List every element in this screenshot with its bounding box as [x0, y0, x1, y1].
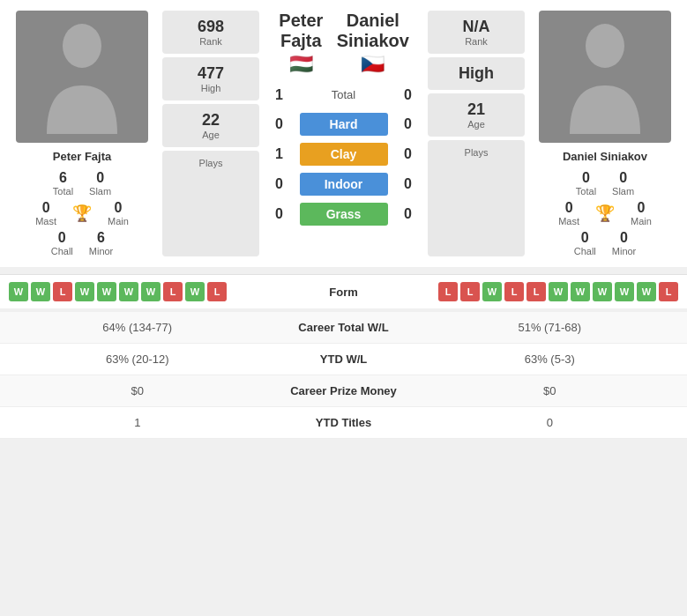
- right-chall-minor-row: 0 Chall 0 Minor: [530, 230, 680, 256]
- right-slam-value: 0: [619, 170, 627, 186]
- hard-btn: Hard: [300, 113, 388, 136]
- right-total-label: Total: [576, 186, 596, 197]
- right-plays-label: Plays: [438, 147, 514, 158]
- right-trophy-icon: 🏆: [595, 204, 615, 223]
- form-badge: W: [615, 282, 634, 301]
- left-total-label: Total: [53, 186, 73, 197]
- left-age-value: 22: [173, 111, 249, 130]
- form-badge: W: [482, 282, 502, 301]
- right-slam-label: Slam: [612, 186, 634, 197]
- stats-center-label: Career Prize Money: [265, 384, 423, 397]
- svg-point-1: [586, 24, 624, 68]
- form-badge: W: [141, 282, 161, 301]
- form-badge: W: [549, 282, 568, 301]
- right-header: Daniel Siniakov 🇨🇿: [331, 11, 415, 76]
- clay-row: 1 Clay 0: [265, 143, 422, 166]
- right-form-badges: LLWLLWWWWWL: [397, 282, 679, 301]
- left-total-value: 6: [59, 170, 67, 186]
- left-flag: 🇭🇺: [289, 53, 313, 76]
- left-high-label: High: [173, 83, 249, 93]
- right-mast-value: 0: [565, 200, 573, 216]
- right-plays-box: Plays: [428, 140, 525, 256]
- left-player-card: Peter Fajta 6 Total 0 Slam 0 Mast 🏆 0: [7, 11, 157, 256]
- left-trophy-icon: 🏆: [72, 204, 92, 223]
- left-main-value: 0: [114, 200, 122, 216]
- right-total-value: 0: [582, 170, 590, 186]
- left-rank-label: Rank: [173, 36, 249, 47]
- left-mast-stat: 0 Mast: [35, 200, 56, 226]
- left-player-avatar: [16, 11, 148, 143]
- stats-center-label: YTD Titles: [265, 416, 423, 429]
- right-age-box: 21 Age: [428, 93, 525, 137]
- hard-row: 0 Hard 0: [265, 113, 422, 136]
- form-badge: W: [637, 282, 656, 301]
- right-minor-stat: 0 Minor: [612, 230, 637, 256]
- form-badge: L: [163, 282, 183, 301]
- right-rank-box: N/A Rank: [428, 11, 525, 54]
- right-chall-label: Chall: [574, 246, 596, 256]
- form-badge: W: [31, 282, 50, 301]
- right-header-name: Daniel Siniakov: [331, 11, 415, 51]
- right-main-stat: 0 Main: [631, 200, 652, 226]
- right-flag: 🇨🇿: [361, 53, 385, 76]
- right-minor-label: Minor: [612, 246, 637, 256]
- form-label: Form: [291, 286, 397, 299]
- left-mast-label: Mast: [35, 216, 56, 226]
- left-slam-value: 0: [96, 170, 104, 186]
- stats-left-value: 1: [11, 416, 265, 429]
- right-main-value: 0: [637, 200, 645, 216]
- stats-row: 64% (134-77) Career Total W/L 51% (71-68…: [0, 312, 687, 344]
- left-rank-value: 698: [173, 18, 249, 36]
- stats-right-value: $0: [423, 384, 677, 397]
- stats-left-value: 64% (134-77): [11, 321, 265, 334]
- left-age-box: 22 Age: [162, 104, 259, 147]
- form-badge: W: [9, 282, 28, 301]
- total-score-right: 0: [395, 87, 422, 103]
- right-mast-label: Mast: [558, 216, 579, 226]
- left-plays-label: Plays: [173, 158, 249, 168]
- stats-center-label: YTD W/L: [265, 353, 423, 366]
- form-badge: L: [438, 282, 458, 301]
- right-player-card: Daniel Siniakov 0 Total 0 Slam 0 Mast 🏆: [530, 11, 680, 256]
- player-section: Peter Fajta 6 Total 0 Slam 0 Mast 🏆 0: [0, 0, 687, 267]
- form-badge: L: [504, 282, 524, 301]
- right-high-box: High: [428, 57, 525, 90]
- form-badge: W: [119, 282, 138, 301]
- stats-right-value: 51% (71-68): [423, 321, 677, 334]
- form-badge: L: [53, 282, 72, 301]
- form-badge: W: [75, 282, 94, 301]
- right-slam-stat: 0 Slam: [612, 170, 634, 197]
- indoor-btn: Indoor: [300, 173, 388, 196]
- left-minor-value: 6: [97, 230, 105, 246]
- right-age-label: Age: [438, 119, 514, 130]
- stats-center-label: Career Total W/L: [265, 321, 423, 334]
- left-minor-label: Minor: [89, 246, 114, 256]
- left-trophy-row: 0 Mast 🏆 0 Main: [7, 200, 157, 226]
- stats-row: 1 YTD Titles 0: [0, 407, 687, 439]
- indoor-row: 0 Indoor 0: [265, 173, 422, 196]
- clay-score-right: 0: [395, 146, 422, 162]
- left-header: Peter Fajta 🇭🇺: [272, 11, 331, 76]
- right-player-name: Daniel Siniakov: [563, 150, 647, 163]
- left-player-name: Peter Fajta: [53, 150, 111, 163]
- right-player-avatar: [539, 11, 671, 143]
- right-chall-stat: 0 Chall: [574, 230, 596, 256]
- left-mast-value: 0: [42, 200, 50, 216]
- hard-score-left: 0: [266, 116, 293, 132]
- svg-point-0: [63, 24, 101, 68]
- left-main-stat: 0 Main: [108, 200, 129, 226]
- left-rank-box: 698 Rank: [162, 11, 259, 54]
- form-section: WWLWWWWLWL Form LLWLLWWWWWL: [0, 274, 687, 308]
- right-rank-label: Rank: [438, 36, 514, 47]
- hard-score-right: 0: [395, 116, 422, 132]
- right-minor-value: 0: [620, 230, 628, 246]
- stats-table: 64% (134-77) Career Total W/L 51% (71-68…: [0, 312, 687, 439]
- stats-left-value: 63% (20-12): [11, 353, 265, 366]
- left-plays-box: Plays: [162, 151, 259, 256]
- grass-row: 0 Grass 0: [265, 203, 422, 226]
- indoor-score-right: 0: [395, 176, 422, 192]
- form-badge: W: [571, 282, 590, 301]
- left-total-stat: 6 Total: [53, 170, 73, 197]
- left-minor-stat: 6 Minor: [89, 230, 114, 256]
- left-chall-minor-row: 0 Chall 6 Minor: [7, 230, 157, 256]
